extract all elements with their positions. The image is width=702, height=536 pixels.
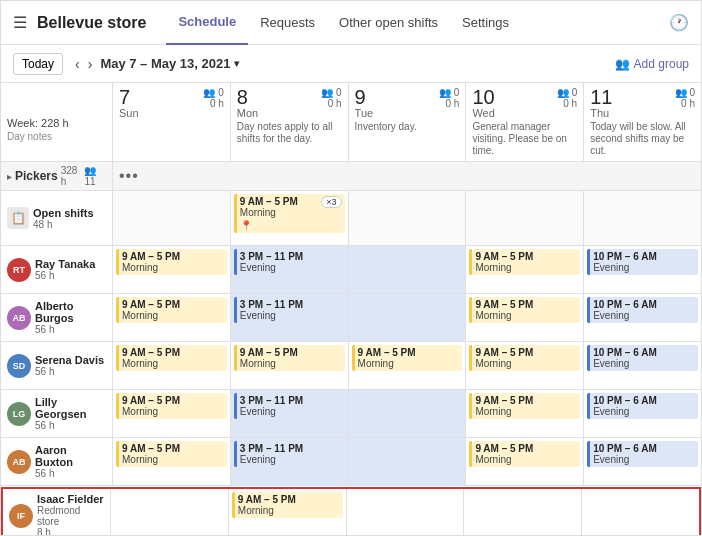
cell-isaac-sun[interactable] — [111, 489, 229, 536]
open-shifts-icon: 📋 — [7, 207, 29, 229]
day-header-10: 10 Wed 👥 0 0 h General manager visiting.… — [466, 83, 584, 161]
day-note-9: Inventory day. — [355, 121, 460, 133]
hamburger-icon[interactable]: ☰ — [13, 13, 27, 32]
cell-ray-tue[interactable] — [349, 246, 467, 293]
person-name-ray: Ray Tanaka — [35, 258, 95, 270]
more-icon[interactable]: ••• — [119, 167, 139, 185]
tab-schedule[interactable]: Schedule — [166, 1, 248, 45]
next-arrow[interactable]: › — [84, 54, 97, 74]
cell-aaron-wed[interactable]: 9 AM – 5 PM Morning — [466, 438, 584, 485]
pickers-group-left: ▸ Pickers 328 h 👥 11 — [1, 162, 113, 190]
open-shifts-sun[interactable] — [113, 191, 231, 245]
today-button[interactable]: Today — [13, 53, 63, 75]
cell-ray-mon[interactable]: 3 PM – 11 PM Evening — [231, 246, 349, 293]
pin-icon: 📍 — [240, 220, 342, 231]
cell-ab-wed[interactable]: 9 AM – 5 PM Morning — [466, 294, 584, 341]
cell-isaac-thu[interactable] — [582, 489, 699, 536]
toolbar: Today ‹ › May 7 – May 13, 2021 ▾ 👥 Add g… — [1, 45, 701, 83]
day-headers-row: Week: 228 h Day notes 7 Sun 👥 0 0 h — [1, 83, 701, 162]
day-header-8: 8 Mon 👥 0 0 h Day notes apply to all shi… — [231, 83, 349, 161]
day-number-9: 9 — [355, 87, 374, 107]
person-hours-isaac: 8 h — [37, 527, 104, 536]
pickers-more: ••• — [113, 164, 701, 188]
person-name-serena: Serena Davis — [35, 354, 104, 366]
cell-aaron-sun[interactable]: 9 AM – 5 PM Morning — [113, 438, 231, 485]
person-hours-aaron: 56 h — [35, 468, 106, 479]
open-shifts-row: 📋 Open shifts 48 h 9 AM – 5 PM — [1, 191, 701, 246]
cell-lilly-wed[interactable]: 9 AM – 5 PM Morning — [466, 390, 584, 437]
cell-isaac-mon[interactable]: 9 AM – 5 PM Morning — [229, 489, 347, 536]
cell-aaron-mon[interactable]: 3 PM – 11 PM Evening — [231, 438, 349, 485]
cell-isaac-wed[interactable] — [464, 489, 582, 536]
date-range[interactable]: May 7 – May 13, 2021 ▾ — [100, 56, 239, 71]
tab-other-open-shifts[interactable]: Other open shifts — [327, 1, 450, 45]
cell-aaron-tue[interactable] — [349, 438, 467, 485]
add-group-button[interactable]: 👥 Add group — [615, 57, 689, 71]
person-name-aaron: Aaron Buxton — [35, 444, 106, 468]
avatar-lilly: LG — [7, 402, 31, 426]
day-number-10: 10 — [472, 87, 494, 107]
day-stats-9: 👥 0 0 h — [439, 87, 459, 109]
pickers-group-header: ▸ Pickers 328 h 👥 11 ••• — [1, 162, 701, 191]
schedule-grid: Week: 228 h Day notes 7 Sun 👥 0 0 h — [1, 83, 701, 536]
cell-lilly-tue[interactable] — [349, 390, 467, 437]
person-name-lilly: Lilly Georgsen — [35, 396, 106, 420]
person-info-lilly: LG Lilly Georgsen 56 h — [1, 390, 113, 437]
cell-ray-sun[interactable]: 9 AM – 5 PM Morning — [113, 246, 231, 293]
day-name-9: Tue — [355, 107, 374, 119]
cell-serena-thu[interactable]: 10 PM – 6 AM Evening — [584, 342, 701, 389]
person-hours-lilly: 56 h — [35, 420, 106, 431]
person-row-alberto: AB Alberto Burgos 56 h 9 AM – 5 PM Morni… — [1, 294, 701, 342]
week-info: Week: 228 h Day notes — [1, 83, 113, 161]
cell-ray-thu[interactable]: 10 PM – 6 AM Evening — [584, 246, 701, 293]
cell-lilly-mon[interactable]: 3 PM – 11 PM Evening — [231, 390, 349, 437]
cell-serena-tue[interactable]: 9 AM – 5 PM Morning — [349, 342, 467, 389]
day-note-8: Day notes apply to all shifts for the da… — [237, 121, 342, 145]
app-container: ☰ Bellevue store Schedule Requests Other… — [0, 0, 702, 536]
tab-requests[interactable]: Requests — [248, 1, 327, 45]
open-shifts-mon[interactable]: 9 AM – 5 PM Morning ×3 📍 — [231, 191, 349, 245]
day-header-11: 11 Thu 👥 0 0 h Today will be slow. All s… — [584, 83, 701, 161]
shift-time: 9 AM – 5 PM — [240, 196, 298, 207]
cell-ab-sun[interactable]: 9 AM – 5 PM Morning — [113, 294, 231, 341]
day-notes-label: Day notes — [7, 131, 106, 142]
shift-open-mon[interactable]: 9 AM – 5 PM Morning ×3 📍 — [234, 194, 345, 233]
person-info-serena: SD Serena Davis 56 h — [1, 342, 113, 389]
cell-serena-wed[interactable]: 9 AM – 5 PM Morning — [466, 342, 584, 389]
cell-ray-wed[interactable]: 9 AM – 5 PM Morning — [466, 246, 584, 293]
open-shifts-thu[interactable] — [584, 191, 701, 245]
clock-icon[interactable]: 🕐 — [669, 14, 689, 31]
pickers-hours: 328 h — [61, 165, 82, 187]
prev-arrow[interactable]: ‹ — [71, 54, 84, 74]
cell-lilly-sun[interactable]: 9 AM – 5 PM Morning — [113, 390, 231, 437]
open-shifts-tue[interactable] — [349, 191, 467, 245]
tab-settings[interactable]: Settings — [450, 1, 521, 45]
cell-serena-sun[interactable]: 9 AM – 5 PM Morning — [113, 342, 231, 389]
pickers-people: 👥 11 — [84, 165, 106, 187]
cell-ab-thu[interactable]: 10 PM – 6 AM Evening — [584, 294, 701, 341]
person-row-serena: SD Serena Davis 56 h 9 AM – 5 PM Morning — [1, 342, 701, 390]
collapse-icon[interactable]: ▸ — [7, 171, 12, 182]
person-info-alberto: AB Alberto Burgos 56 h — [1, 294, 113, 341]
cell-serena-mon[interactable]: 9 AM – 5 PM Morning — [231, 342, 349, 389]
person-sub-isaac: Redmond store — [37, 505, 104, 527]
person-info-isaac: IF Isaac Fielder Redmond store 8 h — [3, 489, 111, 536]
avatar-ray: RT — [7, 258, 31, 282]
nav-tabs: Schedule Requests Other open shifts Sett… — [166, 1, 521, 45]
cell-lilly-thu[interactable]: 10 PM – 6 AM Evening — [584, 390, 701, 437]
day-number-11: 11 — [590, 87, 612, 107]
cell-ab-mon[interactable]: 3 PM – 11 PM Evening — [231, 294, 349, 341]
day-note-10: General manager visiting. Please be on t… — [472, 121, 577, 157]
day-number-8: 8 — [237, 87, 258, 107]
avatar-isaac: IF — [9, 504, 33, 528]
person-info-aaron: AB Aaron Buxton 56 h — [1, 438, 113, 485]
chevron-down-icon: ▾ — [234, 58, 239, 69]
app-title: Bellevue store — [37, 14, 146, 32]
person-info-ray: RT Ray Tanaka 56 h — [1, 246, 113, 293]
open-shifts-wed[interactable] — [466, 191, 584, 245]
cell-ab-tue[interactable] — [349, 294, 467, 341]
header-right: 🕐 — [669, 13, 689, 32]
day-stats-11: 👥 0 0 h — [675, 87, 695, 109]
cell-isaac-tue[interactable] — [347, 489, 465, 536]
cell-aaron-thu[interactable]: 10 PM – 6 AM Evening — [584, 438, 701, 485]
